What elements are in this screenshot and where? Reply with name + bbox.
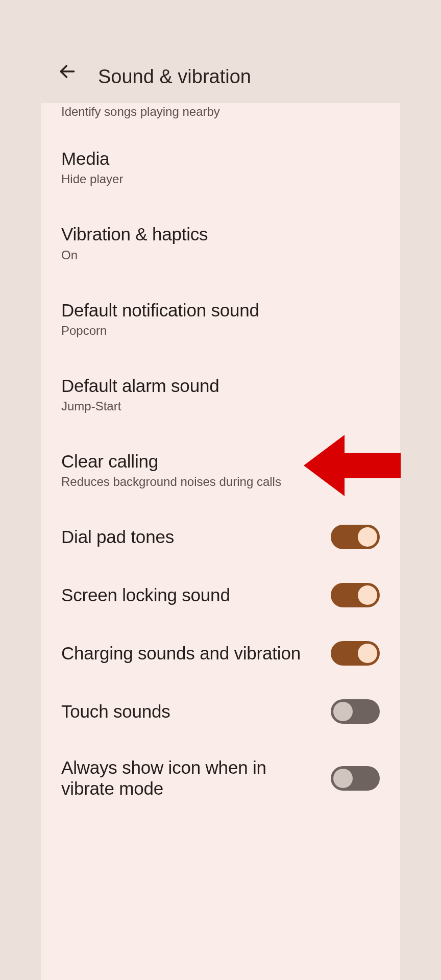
item-subtitle: Reduces background noises during calls: [61, 475, 370, 489]
item-subtitle: On: [61, 248, 370, 262]
letterbox-right: [400, 0, 441, 980]
item-title: Screen locking sound: [61, 585, 321, 605]
settings-item-now-playing[interactable]: Now Playing Identify songs playing nearb…: [41, 103, 400, 119]
item-title: Charging sounds and vibration: [61, 643, 321, 664]
settings-toggle-screen-locking-sound[interactable]: Screen locking sound: [41, 571, 400, 620]
settings-item-clear-calling[interactable]: Clear calling Reduces background noises …: [41, 437, 400, 503]
toggle-switch[interactable]: [331, 699, 380, 724]
settings-toggle-touch-sounds[interactable]: Touch sounds: [41, 687, 400, 736]
arrow-left-icon: [58, 62, 77, 83]
back-button[interactable]: [52, 57, 83, 88]
settings-toggle-dial-pad-tones[interactable]: Dial pad tones: [41, 512, 400, 561]
item-title: Clear calling: [61, 451, 370, 472]
item-title: Default notification sound: [61, 300, 370, 321]
toggle-switch[interactable]: [331, 525, 380, 549]
settings-list[interactable]: Now Playing Identify songs playing nearb…: [41, 103, 400, 980]
item-subtitle: Hide player: [61, 172, 370, 186]
toggle-switch[interactable]: [331, 766, 380, 791]
settings-toggle-charging-sounds-vibration[interactable]: Charging sounds and vibration: [41, 629, 400, 678]
item-title: Always show icon when in vibrate mode: [61, 757, 321, 799]
item-subtitle: Popcorn: [61, 324, 370, 338]
settings-item-default-alarm-sound[interactable]: Default alarm sound Jump-Start: [41, 361, 400, 428]
toggle-switch[interactable]: [331, 641, 380, 666]
app-header: Sound & vibration: [41, 0, 400, 103]
toggle-switch[interactable]: [331, 583, 380, 607]
item-subtitle: Jump-Start: [61, 399, 370, 413]
settings-item-vibration-haptics[interactable]: Vibration & haptics On: [41, 210, 400, 276]
item-title: Touch sounds: [61, 701, 321, 722]
item-subtitle: Identify songs playing nearby: [61, 105, 380, 119]
item-title: Default alarm sound: [61, 376, 370, 396]
settings-item-default-notification-sound[interactable]: Default notification sound Popcorn: [41, 286, 400, 352]
letterbox-left: [0, 0, 41, 980]
settings-toggle-always-show-icon-vibrate[interactable]: Always show icon when in vibrate mode: [41, 745, 400, 811]
item-title: Vibration & haptics: [61, 224, 370, 244]
item-title: Media: [61, 149, 370, 169]
settings-item-media[interactable]: Media Hide player: [41, 134, 400, 201]
item-title: Dial pad tones: [61, 527, 321, 547]
page-title: Sound & vibration: [98, 66, 251, 88]
